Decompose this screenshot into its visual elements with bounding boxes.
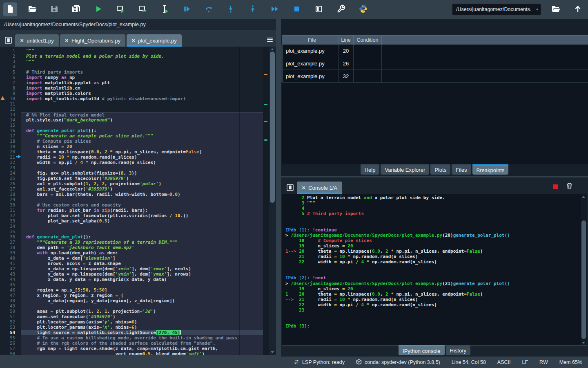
editor-options-menu-button[interactable]: [266, 37, 274, 43]
code-line[interactable]: 31 for radius, plot_bar in zip(radii, ba…: [0, 208, 263, 213]
code-line[interactable]: 32 plot_bar.set_facecolor(plt.cm.viridis…: [0, 213, 263, 218]
gutter[interactable]: 17: [0, 133, 21, 139]
gutter[interactable]: 21: [0, 155, 21, 160]
working-directory-input[interactable]: [453, 4, 534, 15]
editor-tab[interactable]: ✕Flight_Operations.py: [60, 34, 125, 47]
tab-ipython-console[interactable]: IPython console: [399, 345, 445, 355]
gutter[interactable]: 7: [0, 80, 21, 85]
code-line[interactable]: 41 nrows, ncols = z_data.shape: [0, 261, 263, 266]
gutter[interactable]: 56: [0, 341, 21, 346]
close-icon[interactable]: ✕: [302, 185, 305, 191]
gutter[interactable]: 53: [0, 325, 21, 330]
step-into-button[interactable]: [224, 2, 238, 16]
breakpoint-row[interactable]: plot_example.py26: [282, 57, 588, 70]
gutter[interactable]: 23: [0, 165, 21, 171]
tab-help[interactable]: Help: [361, 164, 380, 175]
console-scrollbar[interactable]: [581, 194, 587, 346]
gutter[interactable]: 25: [0, 176, 21, 181]
gutter[interactable]: 39: [0, 250, 21, 256]
browse-working-directory-button[interactable]: [549, 2, 563, 16]
interrupt-kernel-button[interactable]: [553, 184, 558, 189]
code-line[interactable]: 17 """Generate an example polar slice pl…: [0, 133, 263, 139]
gutter[interactable]: 32: [0, 213, 21, 218]
code-line[interactable]: 6import numpy as np: [0, 75, 263, 80]
continue-execution-button[interactable]: [268, 2, 282, 16]
code-line[interactable]: 24 fig, ax= plt.subplots(figsize=(8, 3)): [0, 171, 263, 176]
editor-scrollbar-thumb[interactable]: [270, 52, 275, 203]
gutter[interactable]: 9: [0, 91, 21, 96]
code-line[interactable]: 29: [0, 197, 263, 202]
code-line[interactable]: 39 with np.load(dem_path) as dem:: [0, 250, 263, 256]
code-line[interactable]: 8import matplotlib.cm: [0, 85, 263, 91]
close-all-consoles-button[interactable]: [566, 182, 572, 191]
code-line[interactable]: 37 """Generate a 3D reprisentation of a …: [0, 240, 263, 245]
code-line[interactable]: 27 ax1.set_facecolor('#395979'): [0, 186, 263, 192]
tab-plots[interactable]: Plots: [430, 164, 450, 175]
code-line[interactable]: 33 plot_bar.set_alpha(0.5): [0, 218, 263, 224]
column-header[interactable]: File: [282, 36, 339, 45]
browse-consoles-button[interactable]: [287, 184, 294, 191]
gutter[interactable]: 11: [0, 101, 21, 107]
gutter[interactable]: 31: [0, 208, 21, 213]
gutter[interactable]: 13: [0, 112, 21, 117]
gutter[interactable]: 40: [0, 256, 21, 261]
code-line[interactable]: 42 x_data = np.linspace(dem['xmin'], dem…: [0, 266, 263, 272]
scroll-down-arrow[interactable]: [271, 351, 274, 353]
code-line[interactable]: 15: [0, 123, 263, 128]
code-line[interactable]: 35: [0, 229, 263, 234]
working-directory-combo[interactable]: ▼: [452, 4, 541, 15]
gutter[interactable]: 45: [0, 282, 21, 287]
gutter[interactable]: 18: [0, 139, 21, 144]
gutter[interactable]: 5: [0, 70, 21, 75]
open-file-button[interactable]: [25, 2, 39, 16]
code-line[interactable]: 22 width = np.pi / 4 * np.random.rand(n_…: [0, 160, 263, 165]
column-header[interactable]: Line: [339, 36, 354, 45]
gutter[interactable]: 26: [0, 181, 21, 186]
code-line[interactable]: 56 # in the rgb colors of the shaded sur…: [0, 341, 263, 346]
code-line[interactable]: 11: [0, 101, 263, 107]
editor-tab[interactable]: ✕untitled1.py: [15, 34, 59, 47]
run-cell-advance-button[interactable]: [136, 2, 149, 16]
run-cell-button[interactable]: [114, 2, 127, 16]
code-line[interactable]: 57 rgb_map = light_source.shade(z_data, …: [0, 346, 263, 351]
run-file-button[interactable]: [91, 2, 105, 16]
gutter[interactable]: 4: [0, 64, 21, 70]
gutter[interactable]: 36: [0, 234, 21, 240]
code-line[interactable]: 34: [0, 224, 263, 229]
gutter[interactable]: 41: [0, 261, 21, 266]
gutter[interactable]: 27: [0, 186, 21, 192]
code-line[interactable]: 20 theta = np.linspace(0.0, 2 * np.pi, n…: [0, 149, 263, 155]
code-line[interactable]: 13# %% Plot final terrain model: [0, 112, 263, 117]
step-out-button[interactable]: [246, 2, 260, 16]
gutter[interactable]: 3: [0, 59, 21, 64]
close-icon[interactable]: ✕: [131, 38, 135, 43]
code-line[interactable]: 14plt.style.use("dark_background"): [0, 117, 263, 123]
code-line[interactable]: 58 vert_exag=0.5, blend_mode='soft'): [0, 351, 263, 355]
browse-tabs-button[interactable]: [5, 37, 12, 44]
stop-debug-button[interactable]: [290, 2, 304, 16]
gutter[interactable]: 29: [0, 197, 21, 202]
gutter[interactable]: 43: [0, 272, 21, 277]
console-tab[interactable]: ✕ Console 1/A: [297, 182, 342, 194]
console-options-menu-button[interactable]: [581, 183, 582, 191]
code-line[interactable]: 47 x_region, y_region, z_region = (: [0, 293, 263, 298]
code-line[interactable]: 54 light_source = matplotlib.colors.Ligh…: [0, 330, 263, 335]
gutter[interactable]: 6: [0, 75, 21, 80]
code-editor[interactable]: 1"""2Plot a terrain model and a polar pl…: [0, 47, 276, 355]
gutter[interactable]: 57: [0, 346, 21, 351]
gutter[interactable]: 15: [0, 123, 21, 128]
code-line[interactable]: 53 plt.locator_params(axis='x', nbins=6): [0, 325, 263, 330]
gutter[interactable]: 24: [0, 171, 21, 176]
code-line[interactable]: 28 bars = ax1.bar(theta, radii, width=wi…: [0, 192, 263, 197]
gutter[interactable]: 46: [0, 287, 21, 293]
debug-file-button[interactable]: [180, 2, 194, 16]
gutter[interactable]: 52: [0, 319, 21, 325]
gutter[interactable]: 16: [0, 128, 21, 133]
column-header[interactable]: Condition: [354, 36, 382, 45]
gutter[interactable]: 58: [0, 351, 21, 355]
code-line[interactable]: 5# Third party imports: [0, 70, 263, 75]
maximize-pane-button[interactable]: [312, 2, 326, 16]
tab-variable-explorer[interactable]: Variable Explorer: [381, 164, 429, 175]
gutter[interactable]: 12: [0, 107, 21, 112]
ipython-console[interactable]: 2 Plot a terrain model and a polar plot …: [282, 194, 587, 346]
